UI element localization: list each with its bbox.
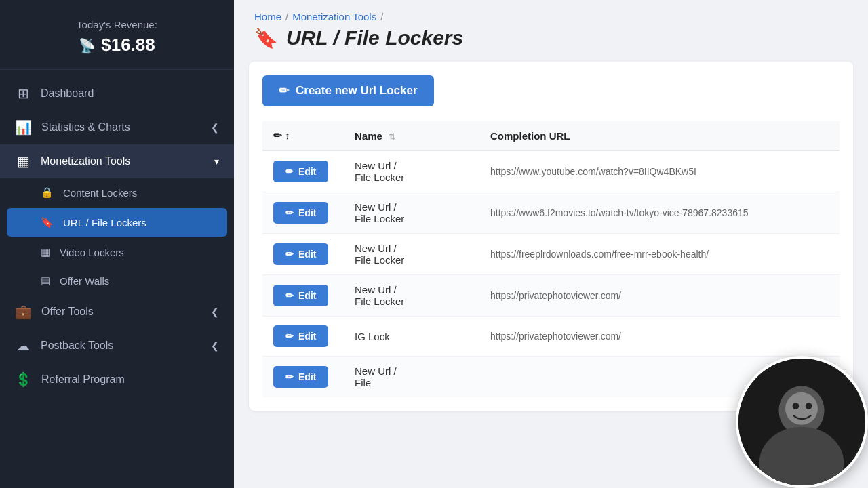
sidebar-item-statistics-label: Statistics & Charts [41, 121, 130, 134]
statistics-icon: 📊 [15, 119, 32, 136]
edit-label: Edit [298, 290, 316, 301]
th-name[interactable]: Name ⇅ [344, 121, 479, 150]
sidebar-item-dashboard-label: Dashboard [41, 87, 94, 100]
table-row: ✏EditNew Url / File Lockerhttps://privat… [262, 275, 840, 317]
create-btn-label: Create new Url Locker [296, 84, 418, 98]
th-url[interactable]: Completion URL [479, 121, 840, 150]
sidebar-item-video-lockers[interactable]: ▦ Video Lockers [0, 238, 234, 266]
revenue-icon: 📡 [79, 37, 96, 54]
table-cell-action: ✏Edit [262, 357, 344, 398]
breadcrumb-home[interactable]: Home [254, 11, 281, 22]
create-btn-icon: ✏ [279, 83, 289, 98]
sidebar-item-monetization-label: Monetization Tools [41, 155, 130, 167]
table-cell-name: New Url / File [344, 357, 479, 398]
table-cell-url: https://www6.f2movies.to/watch-tv/tokyo-… [479, 192, 840, 234]
table-cell-name: IG Lock [344, 317, 479, 357]
breadcrumb-sep2: / [380, 11, 383, 22]
table-cell-name: New Url / File Locker [344, 234, 479, 275]
edit-label: Edit [298, 207, 316, 218]
sidebar-item-referral[interactable]: 💲 Referral Program [0, 363, 234, 396]
edit-button-2[interactable]: ✏Edit [273, 202, 328, 224]
page-title-icon: 🔖 [254, 27, 278, 49]
sidebar-item-statistics[interactable]: 📊 Statistics & Charts ❮ [0, 110, 234, 144]
svg-point-4 [793, 403, 800, 409]
page-title: URL / File Lockers [286, 26, 463, 49]
dashboard-icon: ⊞ [15, 85, 31, 102]
url-lockers-table: ✏ ↕ Name ⇅ Completion URL ✏EditNew Url /… [262, 121, 840, 397]
sidebar-item-monetization[interactable]: ▦ Monetization Tools ▾ [0, 144, 234, 178]
monetization-chevron: ▾ [214, 156, 219, 167]
th-name-label: Name [355, 130, 382, 142]
nav-section: ⊞ Dashboard 📊 Statistics & Charts ❮ ▦ Mo… [0, 70, 234, 403]
svg-point-5 [806, 403, 812, 409]
table-cell-url: https://privatephotoviewer.com/ [479, 275, 840, 317]
sidebar-item-url-file-lockers[interactable]: 🔖 URL / File Lockers [7, 208, 227, 237]
revenue-section: Today's Revenue: 📡 $16.88 [0, 0, 234, 70]
edit-icon: ✏ [285, 290, 294, 301]
th-name-sort: ⇅ [389, 132, 395, 142]
th-url-label: Completion URL [490, 130, 570, 142]
content-lockers-icon: 🔒 [41, 186, 54, 199]
edit-icon: ✏ [285, 371, 294, 382]
url-lockers-icon: 🔖 [41, 216, 54, 228]
edit-icon: ✏ [285, 331, 294, 342]
th-action-icon: ✏ ↕ [273, 129, 290, 141]
sidebar-item-video-lockers-label: Video Lockers [60, 247, 124, 258]
revenue-value: $16.88 [101, 35, 155, 56]
sidebar: Today's Revenue: 📡 $16.88 ⊞ Dashboard 📊 … [0, 0, 234, 488]
edit-button-5[interactable]: ✏Edit [273, 325, 328, 347]
offer-tools-icon: 💼 [15, 304, 32, 320]
revenue-label: Today's Revenue: [14, 19, 220, 30]
breadcrumb-sep1: / [285, 11, 288, 22]
th-action[interactable]: ✏ ↕ [262, 121, 344, 150]
edit-label: Edit [298, 166, 316, 177]
edit-icon: ✏ [285, 249, 294, 260]
breadcrumb: Home / Monetization Tools / [234, 0, 868, 22]
edit-label: Edit [298, 331, 316, 342]
create-url-locker-button[interactable]: ✏ Create new Url Locker [262, 75, 434, 106]
table-cell-action: ✏Edit [262, 192, 344, 234]
statistics-chevron: ❮ [211, 122, 219, 133]
table-cell-url: https://www.youtube.com/watch?v=8IIQw4BK… [479, 150, 840, 192]
sidebar-item-dashboard[interactable]: ⊞ Dashboard [0, 77, 234, 110]
svg-point-3 [785, 392, 818, 425]
table-row: ✏EditIG Lockhttps://privatephotoviewer.c… [262, 317, 840, 357]
video-lockers-icon: ▦ [41, 246, 50, 258]
edit-icon: ✏ [285, 207, 294, 218]
webcam-overlay [736, 356, 868, 488]
table-cell-name: New Url / File Locker [344, 150, 479, 192]
edit-icon: ✏ [285, 166, 294, 177]
postback-tools-icon: ☁ [15, 338, 31, 354]
table-header-row: ✏ ↕ Name ⇅ Completion URL [262, 121, 840, 150]
table-cell-url: https://freeplrdownloads.com/free-mrr-eb… [479, 234, 840, 275]
sidebar-item-postback-tools-label: Postback Tools [41, 340, 113, 352]
edit-label: Edit [298, 371, 316, 382]
sidebar-item-content-lockers[interactable]: 🔒 Content Lockers [0, 178, 234, 207]
table-cell-url: https://privatephotoviewer.com/ [479, 317, 840, 357]
table-row: ✏EditNew Url / File Lockerhttps://freepl… [262, 234, 840, 275]
referral-icon: 💲 [15, 371, 32, 388]
sidebar-item-offer-tools[interactable]: 💼 Offer Tools ❮ [0, 295, 234, 329]
table-cell-name: New Url / File Locker [344, 275, 479, 317]
page-title-row: 🔖 URL / File Lockers [234, 22, 868, 62]
breadcrumb-parent[interactable]: Monetization Tools [292, 11, 376, 22]
sidebar-item-postback-tools[interactable]: ☁ Postback Tools ❮ [0, 329, 234, 363]
edit-button-3[interactable]: ✏Edit [273, 243, 328, 265]
table-row: ✏EditNew Url / File Lockerhttps://www6.f… [262, 192, 840, 234]
revenue-amount: 📡 $16.88 [14, 35, 220, 56]
sidebar-item-referral-label: Referral Program [41, 373, 125, 386]
edit-button-6[interactable]: ✏Edit [273, 366, 328, 388]
edit-button-1[interactable]: ✏Edit [273, 161, 328, 182]
edit-label: Edit [298, 249, 316, 260]
table-cell-action: ✏Edit [262, 150, 344, 192]
table-cell-action: ✏Edit [262, 275, 344, 317]
sidebar-item-content-lockers-label: Content Lockers [63, 187, 137, 199]
content-area: ✏ Create new Url Locker ✏ ↕ Name ⇅ [249, 62, 853, 411]
table-row: ✏EditNew Url / File Lockerhttps://www.yo… [262, 150, 840, 192]
edit-button-4[interactable]: ✏Edit [273, 285, 328, 306]
webcam-placeholder [738, 359, 865, 485]
sidebar-item-offer-tools-label: Offer Tools [41, 306, 94, 318]
sidebar-item-offer-walls[interactable]: ▤ Offer Walls [0, 266, 234, 295]
table-cell-action: ✏Edit [262, 317, 344, 357]
offer-tools-chevron: ❮ [211, 306, 219, 317]
